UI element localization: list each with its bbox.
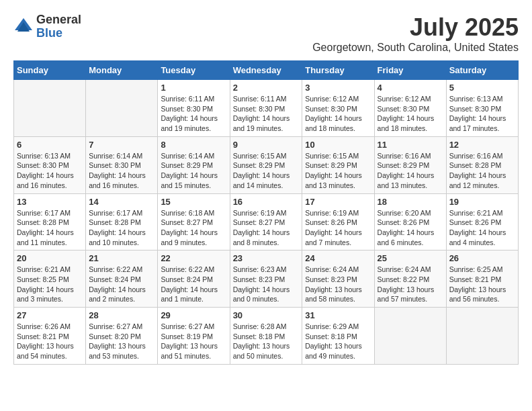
day-of-week-header: Tuesday — [158, 61, 230, 80]
calendar-cell: 29Sunrise: 6:27 AM Sunset: 8:19 PM Dayli… — [158, 308, 230, 365]
day-number: 10 — [305, 140, 371, 150]
calendar-cell: 8Sunrise: 6:14 AM Sunset: 8:29 PM Daylig… — [158, 136, 230, 193]
logo-icon — [13, 17, 34, 37]
day-info: Sunrise: 6:28 AM Sunset: 8:18 PM Dayligh… — [233, 322, 300, 361]
calendar-cell: 18Sunrise: 6:20 AM Sunset: 8:26 PM Dayli… — [374, 193, 446, 250]
day-number: 30 — [233, 310, 300, 320]
day-number: 21 — [89, 253, 154, 263]
calendar-cell: 11Sunrise: 6:16 AM Sunset: 8:29 PM Dayli… — [374, 136, 446, 193]
day-number: 22 — [161, 253, 226, 263]
calendar-cell: 15Sunrise: 6:18 AM Sunset: 8:27 PM Dayli… — [158, 193, 230, 250]
logo-blue-text: Blue — [36, 27, 81, 40]
calendar-week-row: 1Sunrise: 6:11 AM Sunset: 8:30 PM Daylig… — [14, 80, 519, 137]
calendar-cell: 27Sunrise: 6:26 AM Sunset: 8:21 PM Dayli… — [14, 308, 86, 365]
day-info: Sunrise: 6:12 AM Sunset: 8:30 PM Dayligh… — [305, 94, 371, 134]
day-number: 15 — [161, 197, 226, 207]
day-number: 3 — [305, 83, 371, 93]
day-info: Sunrise: 6:18 AM Sunset: 8:27 PM Dayligh… — [161, 208, 226, 248]
day-info: Sunrise: 6:25 AM Sunset: 8:21 PM Dayligh… — [449, 265, 515, 304]
day-number: 12 — [449, 140, 515, 150]
day-number: 11 — [378, 140, 443, 150]
header-row: SundayMondayTuesdayWednesdayThursdayFrid… — [14, 61, 519, 80]
day-info: Sunrise: 6:27 AM Sunset: 8:19 PM Dayligh… — [161, 322, 226, 361]
calendar-cell: 16Sunrise: 6:19 AM Sunset: 8:27 PM Dayli… — [230, 193, 302, 250]
title-area: July 2025 Georgetown, South Carolina, Un… — [312, 13, 519, 54]
day-info: Sunrise: 6:17 AM Sunset: 8:28 PM Dayligh… — [17, 208, 83, 248]
calendar-cell — [446, 308, 518, 365]
calendar-cell: 9Sunrise: 6:15 AM Sunset: 8:29 PM Daylig… — [230, 136, 302, 193]
day-info: Sunrise: 6:13 AM Sunset: 8:30 PM Dayligh… — [449, 94, 515, 134]
day-number: 8 — [161, 140, 226, 150]
day-info: Sunrise: 6:16 AM Sunset: 8:28 PM Dayligh… — [449, 151, 515, 191]
calendar-week-row: 6Sunrise: 6:13 AM Sunset: 8:30 PM Daylig… — [14, 136, 519, 193]
day-number: 29 — [161, 310, 226, 320]
day-number: 13 — [17, 197, 83, 207]
calendar-cell: 19Sunrise: 6:21 AM Sunset: 8:26 PM Dayli… — [446, 193, 518, 250]
calendar-table: SundayMondayTuesdayWednesdayThursdayFrid… — [13, 60, 519, 365]
day-info: Sunrise: 6:11 AM Sunset: 8:30 PM Dayligh… — [161, 94, 226, 134]
day-number: 31 — [305, 310, 371, 320]
day-number: 6 — [17, 140, 83, 150]
day-of-week-header: Friday — [374, 61, 446, 80]
day-number: 7 — [89, 140, 154, 150]
day-info: Sunrise: 6:13 AM Sunset: 8:30 PM Dayligh… — [17, 151, 83, 191]
calendar-cell: 2Sunrise: 6:11 AM Sunset: 8:30 PM Daylig… — [230, 80, 302, 137]
calendar-cell: 28Sunrise: 6:27 AM Sunset: 8:20 PM Dayli… — [86, 308, 158, 365]
day-number: 4 — [378, 83, 443, 93]
page-header: General Blue July 2025 Georgetown, South… — [13, 13, 519, 54]
day-info: Sunrise: 6:16 AM Sunset: 8:29 PM Dayligh… — [378, 151, 443, 191]
day-info: Sunrise: 6:27 AM Sunset: 8:20 PM Dayligh… — [89, 322, 154, 361]
calendar-cell — [86, 80, 158, 137]
day-number: 1 — [161, 83, 226, 93]
day-of-week-header: Saturday — [446, 61, 518, 80]
day-of-week-header: Wednesday — [230, 61, 302, 80]
day-number: 26 — [449, 253, 515, 263]
day-info: Sunrise: 6:26 AM Sunset: 8:21 PM Dayligh… — [17, 322, 83, 361]
calendar-cell: 26Sunrise: 6:25 AM Sunset: 8:21 PM Dayli… — [446, 250, 518, 308]
month-title: July 2025 — [312, 13, 519, 42]
day-info: Sunrise: 6:21 AM Sunset: 8:25 PM Dayligh… — [17, 265, 83, 304]
day-info: Sunrise: 6:14 AM Sunset: 8:29 PM Dayligh… — [161, 151, 226, 191]
calendar-header: SundayMondayTuesdayWednesdayThursdayFrid… — [14, 61, 519, 80]
calendar-cell: 24Sunrise: 6:24 AM Sunset: 8:23 PM Dayli… — [302, 250, 374, 308]
day-info: Sunrise: 6:17 AM Sunset: 8:28 PM Dayligh… — [89, 208, 154, 248]
calendar-cell: 17Sunrise: 6:19 AM Sunset: 8:26 PM Dayli… — [302, 193, 374, 250]
calendar-week-row: 27Sunrise: 6:26 AM Sunset: 8:21 PM Dayli… — [14, 308, 519, 365]
calendar-cell — [14, 80, 86, 137]
day-number: 24 — [305, 253, 371, 263]
calendar-cell: 10Sunrise: 6:15 AM Sunset: 8:29 PM Dayli… — [302, 136, 374, 193]
calendar-cell: 3Sunrise: 6:12 AM Sunset: 8:30 PM Daylig… — [302, 80, 374, 137]
day-info: Sunrise: 6:11 AM Sunset: 8:30 PM Dayligh… — [233, 94, 300, 134]
calendar-cell: 31Sunrise: 6:29 AM Sunset: 8:18 PM Dayli… — [302, 308, 374, 365]
calendar-cell: 25Sunrise: 6:24 AM Sunset: 8:22 PM Dayli… — [374, 250, 446, 308]
day-number: 5 — [449, 83, 515, 93]
calendar-cell — [374, 308, 446, 365]
calendar-body: 1Sunrise: 6:11 AM Sunset: 8:30 PM Daylig… — [14, 80, 519, 365]
day-number: 9 — [233, 140, 300, 150]
calendar-week-row: 20Sunrise: 6:21 AM Sunset: 8:25 PM Dayli… — [14, 250, 519, 308]
day-info: Sunrise: 6:14 AM Sunset: 8:30 PM Dayligh… — [89, 151, 154, 191]
day-number: 23 — [233, 253, 300, 263]
calendar-cell: 12Sunrise: 6:16 AM Sunset: 8:28 PM Dayli… — [446, 136, 518, 193]
day-number: 27 — [17, 310, 83, 320]
day-info: Sunrise: 6:19 AM Sunset: 8:27 PM Dayligh… — [233, 208, 300, 248]
day-number: 16 — [233, 197, 300, 207]
day-info: Sunrise: 6:23 AM Sunset: 8:23 PM Dayligh… — [233, 265, 300, 304]
day-info: Sunrise: 6:24 AM Sunset: 8:22 PM Dayligh… — [378, 265, 443, 304]
day-number: 2 — [233, 83, 300, 93]
day-number: 19 — [449, 197, 515, 207]
day-info: Sunrise: 6:12 AM Sunset: 8:30 PM Dayligh… — [378, 94, 443, 134]
location-title: Georgetown, South Carolina, United State… — [312, 42, 519, 54]
calendar-cell: 22Sunrise: 6:22 AM Sunset: 8:24 PM Dayli… — [158, 250, 230, 308]
calendar-cell: 14Sunrise: 6:17 AM Sunset: 8:28 PM Dayli… — [86, 193, 158, 250]
calendar-cell: 7Sunrise: 6:14 AM Sunset: 8:30 PM Daylig… — [86, 136, 158, 193]
calendar-cell: 30Sunrise: 6:28 AM Sunset: 8:18 PM Dayli… — [230, 308, 302, 365]
calendar-week-row: 13Sunrise: 6:17 AM Sunset: 8:28 PM Dayli… — [14, 193, 519, 250]
day-info: Sunrise: 6:19 AM Sunset: 8:26 PM Dayligh… — [305, 208, 371, 248]
calendar-cell: 13Sunrise: 6:17 AM Sunset: 8:28 PM Dayli… — [14, 193, 86, 250]
calendar-cell: 6Sunrise: 6:13 AM Sunset: 8:30 PM Daylig… — [14, 136, 86, 193]
calendar-cell: 1Sunrise: 6:11 AM Sunset: 8:30 PM Daylig… — [158, 80, 230, 137]
day-info: Sunrise: 6:24 AM Sunset: 8:23 PM Dayligh… — [305, 265, 371, 304]
logo-general-text: General — [36, 13, 81, 27]
day-number: 25 — [378, 253, 443, 263]
